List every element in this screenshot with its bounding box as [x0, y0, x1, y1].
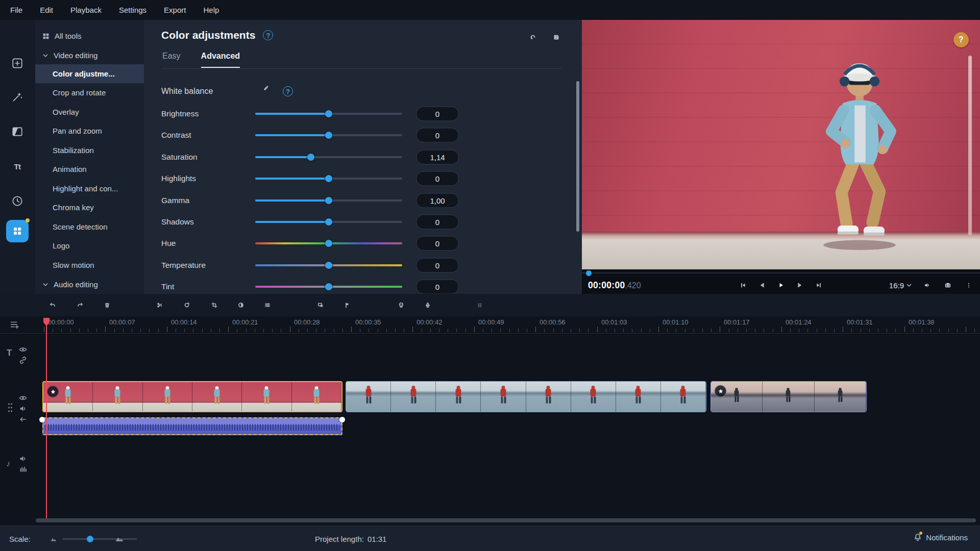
rotate-icon[interactable]: [181, 299, 193, 311]
highlights-slider[interactable]: [255, 178, 402, 180]
help-icon[interactable]: ?: [263, 30, 273, 40]
audio-clip-1[interactable]: [42, 417, 342, 435]
scale-slider[interactable]: [62, 538, 137, 540]
volume-icon[interactable]: [921, 280, 933, 290]
clip-trim-handle-left[interactable]: [39, 417, 45, 422]
contrast-value[interactable]: 0: [416, 128, 459, 143]
tool-item-logo[interactable]: Logo: [35, 236, 144, 255]
play-icon[interactable]: [775, 280, 787, 290]
more-tools-icon[interactable]: [6, 220, 29, 242]
record-video-icon[interactable]: [395, 299, 407, 311]
previous-frame-icon[interactable]: [756, 280, 768, 290]
panel-scrollbar[interactable]: [576, 81, 579, 232]
title-track-visibility-eye-icon[interactable]: [19, 345, 27, 354]
brightness-value[interactable]: 0: [416, 107, 459, 121]
titles-icon[interactable]: Tt: [6, 155, 29, 178]
menu-help[interactable]: Help: [203, 6, 219, 14]
temperature-slider[interactable]: [255, 264, 402, 266]
track-controls-icon[interactable]: [474, 299, 486, 311]
add-track-icon[interactable]: [9, 319, 20, 331]
title-track-link-icon[interactable]: [19, 356, 27, 364]
skip-to-end-icon[interactable]: [813, 280, 825, 290]
hue-slider[interactable]: [255, 242, 402, 244]
shadows-value[interactable]: 0: [416, 215, 459, 230]
undo-icon[interactable]: [46, 299, 59, 311]
overlay-icon[interactable]: [314, 299, 327, 311]
snapshot-camera-icon[interactable]: [942, 280, 954, 290]
highlights-value[interactable]: 0: [416, 171, 459, 186]
next-frame-icon[interactable]: [794, 280, 806, 290]
gamma-value[interactable]: 1,00: [416, 193, 459, 208]
chevron-down-icon: [42, 52, 49, 59]
color-adjustments-icon[interactable]: [235, 299, 247, 311]
tool-item-overlay[interactable]: Overlay: [35, 103, 144, 121]
reset-icon[interactable]: [527, 31, 539, 43]
tab-advanced[interactable]: Advanced: [201, 52, 240, 68]
tool-item-scene-detection[interactable]: Scene detection: [35, 217, 144, 236]
crop-icon[interactable]: [208, 299, 220, 311]
video-track-visibility-eye-icon[interactable]: [19, 394, 27, 402]
menu-edit[interactable]: Edit: [40, 6, 53, 14]
audio-track-mute-icon[interactable]: [19, 455, 27, 463]
clip-trim-handle-right[interactable]: [339, 417, 345, 422]
filters-wand-icon[interactable]: [6, 86, 29, 108]
seek-handle[interactable]: [586, 270, 592, 276]
delete-icon[interactable]: [101, 299, 113, 311]
tool-item-highlight-conceal[interactable]: Highlight and con...: [35, 179, 144, 198]
saturation-value[interactable]: 1,14: [416, 150, 459, 165]
skip-to-start-icon[interactable]: [737, 280, 749, 290]
notifications-button[interactable]: Notifications: [913, 533, 968, 542]
tool-item-chroma-key[interactable]: Chroma key: [35, 198, 144, 217]
seek-bar[interactable]: [582, 269, 980, 277]
clip-thumbnail: [436, 382, 481, 412]
tool-item-color-adjustments[interactable]: Color adjustme...: [35, 64, 144, 83]
clock-icon[interactable]: [6, 190, 29, 212]
audio-track-levels-icon[interactable]: [19, 465, 27, 473]
temperature-value[interactable]: 0: [416, 258, 459, 273]
transitions-icon[interactable]: [6, 120, 29, 143]
aspect-ratio-dropdown[interactable]: 16:9: [889, 281, 912, 290]
video-clip-3[interactable]: [710, 381, 867, 412]
hue-value[interactable]: 0: [416, 236, 459, 251]
tool-item-pan-zoom[interactable]: Pan and zoom: [35, 121, 144, 140]
tool-item-slow-motion[interactable]: Slow motion: [35, 256, 144, 274]
tint-value[interactable]: 0: [416, 280, 459, 294]
white-balance-help-icon[interactable]: ?: [283, 86, 293, 96]
menu-settings[interactable]: Settings: [119, 6, 146, 14]
tint-slider[interactable]: [255, 286, 402, 288]
all-tools-item[interactable]: All tools: [35, 27, 144, 45]
add-media-icon[interactable]: [6, 52, 29, 74]
video-track-collapse-arrow-icon[interactable]: [19, 415, 27, 423]
brightness-slider[interactable]: [255, 113, 402, 115]
shadows-slider[interactable]: [255, 221, 402, 223]
more-options-icon[interactable]: [963, 280, 975, 290]
redo-icon[interactable]: [74, 299, 86, 311]
record-audio-mic-icon[interactable]: [422, 299, 434, 311]
overlay-help-button[interactable]: ?: [953, 32, 969, 47]
eyedropper-icon[interactable]: [260, 82, 273, 94]
menu-file[interactable]: File: [10, 6, 22, 14]
save-icon[interactable]: [550, 31, 562, 43]
timeline-horizontal-scrollbar[interactable]: [36, 518, 976, 522]
group-video-editing[interactable]: Video editing: [35, 46, 144, 65]
contrast-slider[interactable]: [255, 134, 402, 136]
video-track-mute-icon[interactable]: [19, 405, 27, 413]
gamma-slider[interactable]: [255, 199, 402, 202]
zoom-in-mountain-icon[interactable]: [114, 534, 125, 544]
zoom-out-mountain-icon[interactable]: [50, 536, 57, 543]
menu-export[interactable]: Export: [164, 6, 186, 14]
video-clip-1[interactable]: [42, 381, 342, 412]
menu-playback[interactable]: Playback: [70, 6, 102, 14]
group-audio-editing[interactable]: Audio editing: [35, 275, 144, 294]
saturation-slider[interactable]: [255, 156, 402, 158]
tab-easy[interactable]: Easy: [162, 52, 181, 68]
tool-item-stabilization[interactable]: Stabilization: [35, 141, 144, 160]
tool-item-animation[interactable]: Animation: [35, 160, 144, 179]
video-track-drag-handle[interactable]: [7, 402, 13, 413]
clip-properties-icon[interactable]: [261, 299, 274, 311]
cut-scissors-icon[interactable]: [154, 299, 166, 311]
tool-item-crop-rotate[interactable]: Crop and rotate: [35, 83, 144, 102]
video-clip-2[interactable]: [346, 381, 706, 412]
marker-flag-icon[interactable]: [341, 299, 354, 311]
scale-slider-handle[interactable]: [87, 536, 93, 542]
